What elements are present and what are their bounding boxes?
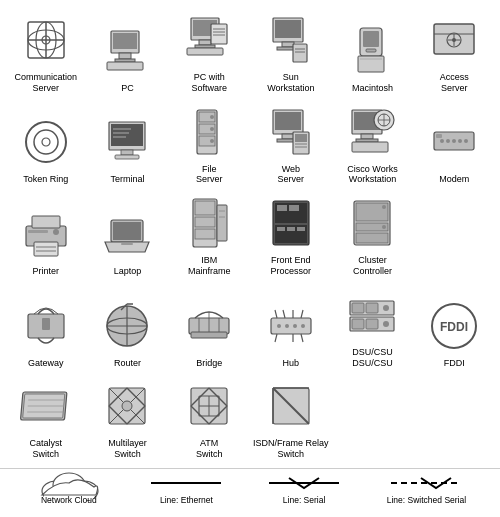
item-modem: Modem bbox=[414, 100, 494, 188]
item-atm-switch: ATM Switch bbox=[169, 374, 249, 462]
svg-rect-89 bbox=[121, 243, 133, 245]
svg-rect-100 bbox=[277, 205, 287, 211]
svg-rect-65 bbox=[361, 134, 373, 139]
label-router: Router bbox=[114, 358, 141, 369]
svg-rect-16 bbox=[211, 24, 227, 44]
label-access-server: Access Server bbox=[440, 72, 469, 94]
label-macintosh: Macintosh bbox=[352, 83, 393, 94]
item-pc-with-software: PC with Software bbox=[169, 8, 249, 96]
label-fddi: FDDI bbox=[444, 358, 465, 369]
item-fddi: FDDI FDDI bbox=[414, 283, 494, 371]
label-dsu-csu: DSU/CSU DSU/CSU bbox=[352, 347, 393, 369]
item-catalyst-switch: Catalyst Switch bbox=[6, 374, 86, 462]
icon-modem bbox=[424, 112, 484, 172]
icon-fddi: FDDI bbox=[424, 296, 484, 356]
svg-rect-47 bbox=[115, 155, 139, 159]
icon-empty1 bbox=[424, 215, 484, 275]
svg-rect-108 bbox=[356, 233, 388, 243]
label-isdn-frame-relay: ISDN/Frame Relay Switch bbox=[253, 438, 329, 460]
icon-cisco-works bbox=[342, 102, 402, 162]
label-multilayer-switch: Multilayer Switch bbox=[108, 438, 147, 460]
line-label-line-switched-serial: Line: Switched Serial bbox=[387, 495, 466, 505]
icon-laptop bbox=[97, 204, 157, 264]
icon-pc bbox=[97, 21, 157, 81]
svg-point-158 bbox=[122, 401, 132, 411]
icon-empty2 bbox=[342, 398, 402, 458]
item-empty2 bbox=[333, 374, 413, 462]
svg-point-142 bbox=[383, 305, 389, 311]
line-label-line-serial: Line: Serial bbox=[283, 495, 326, 505]
item-ibm-mainframe: IBM Mainframe bbox=[169, 191, 249, 279]
line-label-network-cloud: Network Cloud bbox=[41, 495, 97, 505]
svg-rect-92 bbox=[195, 217, 215, 227]
line-label-line-ethernet: Line: Ethernet bbox=[160, 495, 213, 505]
label-atm-switch: ATM Switch bbox=[196, 438, 223, 460]
svg-rect-22 bbox=[282, 42, 294, 47]
item-hub: Hub bbox=[251, 283, 331, 371]
svg-rect-101 bbox=[289, 205, 299, 211]
svg-rect-56 bbox=[275, 112, 301, 130]
icon-communication-server bbox=[16, 10, 76, 70]
item-router: Router bbox=[88, 283, 168, 371]
label-catalyst-switch: Catalyst Switch bbox=[30, 438, 63, 460]
label-cluster-controller: Cluster Controller bbox=[353, 255, 392, 277]
svg-point-40 bbox=[42, 138, 50, 146]
svg-rect-7 bbox=[113, 33, 137, 49]
svg-point-110 bbox=[382, 225, 386, 229]
svg-rect-60 bbox=[295, 134, 307, 142]
icon-web-server bbox=[261, 102, 321, 162]
svg-point-134 bbox=[293, 324, 297, 328]
icon-gateway bbox=[16, 296, 76, 356]
svg-rect-30 bbox=[358, 56, 384, 72]
icon-empty3 bbox=[424, 398, 484, 458]
svg-point-77 bbox=[464, 139, 468, 143]
item-empty3 bbox=[414, 374, 494, 462]
item-bridge: Bridge bbox=[169, 283, 249, 371]
line-item-line-switched-serial: Line: Switched Serial bbox=[387, 475, 466, 505]
svg-rect-10 bbox=[107, 62, 143, 70]
item-web-server: Web Server bbox=[251, 100, 331, 188]
main-container: Communication Server PC PC with Software bbox=[0, 0, 500, 511]
icon-router bbox=[97, 296, 157, 356]
svg-rect-78 bbox=[436, 134, 442, 138]
svg-line-129 bbox=[275, 334, 277, 342]
svg-rect-91 bbox=[195, 201, 215, 215]
svg-line-126 bbox=[283, 310, 285, 318]
svg-point-74 bbox=[446, 139, 450, 143]
svg-rect-82 bbox=[36, 246, 56, 248]
icon-atm-switch bbox=[179, 376, 239, 436]
svg-rect-138 bbox=[352, 303, 364, 313]
svg-rect-8 bbox=[119, 53, 131, 59]
item-terminal: Terminal bbox=[88, 100, 168, 188]
line-sample-line-ethernet bbox=[151, 475, 221, 491]
line-sample-network-cloud bbox=[34, 475, 104, 491]
line-item-network-cloud: Network Cloud bbox=[34, 475, 104, 505]
svg-line-131 bbox=[301, 334, 303, 342]
line-sample-line-serial bbox=[269, 475, 339, 491]
item-file-server: File Server bbox=[169, 100, 249, 188]
label-communication-server: Communication Server bbox=[15, 72, 78, 94]
item-multilayer-switch: Multilayer Switch bbox=[88, 374, 168, 462]
svg-point-73 bbox=[440, 139, 444, 143]
svg-point-54 bbox=[210, 139, 214, 143]
svg-point-37 bbox=[452, 38, 456, 42]
svg-rect-28 bbox=[363, 31, 379, 47]
svg-rect-81 bbox=[34, 242, 58, 256]
label-pc: PC bbox=[121, 83, 134, 94]
item-front-end-processor: Front End Processor bbox=[251, 191, 331, 279]
item-cisco-works: Cisco Works Workstation bbox=[333, 100, 413, 188]
icon-terminal bbox=[97, 112, 157, 172]
item-gateway: Gateway bbox=[6, 283, 86, 371]
svg-point-38 bbox=[26, 122, 66, 162]
icon-isdn-frame-relay bbox=[261, 376, 321, 436]
svg-rect-46 bbox=[121, 150, 133, 155]
svg-rect-21 bbox=[275, 20, 301, 38]
svg-rect-139 bbox=[366, 303, 378, 313]
svg-rect-104 bbox=[297, 227, 305, 231]
icon-printer bbox=[16, 204, 76, 264]
item-macintosh: Macintosh bbox=[333, 8, 413, 96]
svg-rect-112 bbox=[42, 318, 50, 330]
svg-rect-85 bbox=[28, 230, 48, 233]
svg-point-133 bbox=[285, 324, 289, 328]
svg-rect-103 bbox=[287, 227, 295, 231]
